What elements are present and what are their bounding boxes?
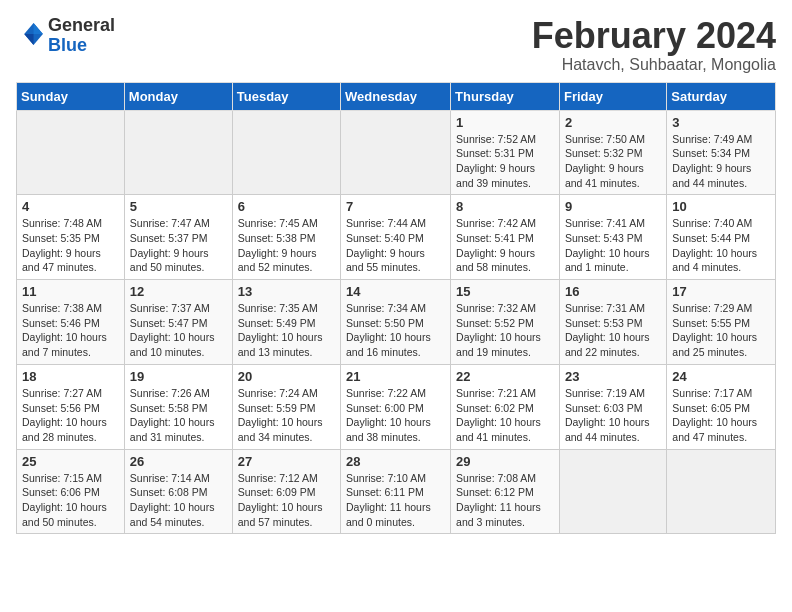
day-info: Sunrise: 7:19 AMSunset: 6:03 PMDaylight:… <box>565 386 661 445</box>
day-info: Sunrise: 7:52 AMSunset: 5:31 PMDaylight:… <box>456 132 554 191</box>
calendar-cell: 27Sunrise: 7:12 AMSunset: 6:09 PMDayligh… <box>232 449 340 534</box>
day-info: Sunrise: 7:22 AMSunset: 6:00 PMDaylight:… <box>346 386 445 445</box>
day-number: 3 <box>672 115 770 130</box>
day-info: Sunrise: 7:08 AMSunset: 6:12 PMDaylight:… <box>456 471 554 530</box>
calendar-cell: 23Sunrise: 7:19 AMSunset: 6:03 PMDayligh… <box>559 364 666 449</box>
calendar-cell: 9Sunrise: 7:41 AMSunset: 5:43 PMDaylight… <box>559 195 666 280</box>
day-number: 9 <box>565 199 661 214</box>
day-number: 4 <box>22 199 119 214</box>
day-number: 23 <box>565 369 661 384</box>
day-number: 10 <box>672 199 770 214</box>
day-number: 8 <box>456 199 554 214</box>
day-info: Sunrise: 7:34 AMSunset: 5:50 PMDaylight:… <box>346 301 445 360</box>
calendar-cell: 25Sunrise: 7:15 AMSunset: 6:06 PMDayligh… <box>17 449 125 534</box>
location-subtitle: Hatavch, Suhbaatar, Mongolia <box>532 56 776 74</box>
day-info: Sunrise: 7:14 AMSunset: 6:08 PMDaylight:… <box>130 471 227 530</box>
calendar-cell: 18Sunrise: 7:27 AMSunset: 5:56 PMDayligh… <box>17 364 125 449</box>
day-number: 12 <box>130 284 227 299</box>
logo-icon <box>18 20 46 48</box>
day-number: 16 <box>565 284 661 299</box>
day-info: Sunrise: 7:47 AMSunset: 5:37 PMDaylight:… <box>130 216 227 275</box>
calendar-cell: 6Sunrise: 7:45 AMSunset: 5:38 PMDaylight… <box>232 195 340 280</box>
day-info: Sunrise: 7:29 AMSunset: 5:55 PMDaylight:… <box>672 301 770 360</box>
day-info: Sunrise: 7:49 AMSunset: 5:34 PMDaylight:… <box>672 132 770 191</box>
calendar-cell <box>667 449 776 534</box>
day-info: Sunrise: 7:45 AMSunset: 5:38 PMDaylight:… <box>238 216 335 275</box>
logo-general-text: General <box>48 15 115 35</box>
day-info: Sunrise: 7:37 AMSunset: 5:47 PMDaylight:… <box>130 301 227 360</box>
day-number: 14 <box>346 284 445 299</box>
calendar-cell: 29Sunrise: 7:08 AMSunset: 6:12 PMDayligh… <box>451 449 560 534</box>
day-number: 19 <box>130 369 227 384</box>
calendar-cell: 8Sunrise: 7:42 AMSunset: 5:41 PMDaylight… <box>451 195 560 280</box>
day-info: Sunrise: 7:35 AMSunset: 5:49 PMDaylight:… <box>238 301 335 360</box>
day-info: Sunrise: 7:31 AMSunset: 5:53 PMDaylight:… <box>565 301 661 360</box>
calendar-cell: 14Sunrise: 7:34 AMSunset: 5:50 PMDayligh… <box>341 280 451 365</box>
day-number: 2 <box>565 115 661 130</box>
day-info: Sunrise: 7:44 AMSunset: 5:40 PMDaylight:… <box>346 216 445 275</box>
calendar-table: SundayMondayTuesdayWednesdayThursdayFrid… <box>16 82 776 535</box>
calendar-cell: 4Sunrise: 7:48 AMSunset: 5:35 PMDaylight… <box>17 195 125 280</box>
calendar-cell: 21Sunrise: 7:22 AMSunset: 6:00 PMDayligh… <box>341 364 451 449</box>
day-number: 29 <box>456 454 554 469</box>
logo: General Blue <box>16 16 115 56</box>
day-of-week-header: Thursday <box>451 82 560 110</box>
day-of-week-header: Monday <box>124 82 232 110</box>
day-number: 28 <box>346 454 445 469</box>
day-info: Sunrise: 7:41 AMSunset: 5:43 PMDaylight:… <box>565 216 661 275</box>
day-of-week-header: Saturday <box>667 82 776 110</box>
day-number: 25 <box>22 454 119 469</box>
page-header: General Blue February 2024 Hatavch, Suhb… <box>16 16 776 74</box>
day-number: 18 <box>22 369 119 384</box>
calendar-cell: 5Sunrise: 7:47 AMSunset: 5:37 PMDaylight… <box>124 195 232 280</box>
day-number: 20 <box>238 369 335 384</box>
calendar-cell: 20Sunrise: 7:24 AMSunset: 5:59 PMDayligh… <box>232 364 340 449</box>
day-info: Sunrise: 7:42 AMSunset: 5:41 PMDaylight:… <box>456 216 554 275</box>
day-info: Sunrise: 7:21 AMSunset: 6:02 PMDaylight:… <box>456 386 554 445</box>
day-number: 11 <box>22 284 119 299</box>
day-of-week-header: Tuesday <box>232 82 340 110</box>
svg-marker-2 <box>24 34 33 45</box>
calendar-cell: 26Sunrise: 7:14 AMSunset: 6:08 PMDayligh… <box>124 449 232 534</box>
day-number: 27 <box>238 454 335 469</box>
day-number: 5 <box>130 199 227 214</box>
day-number: 6 <box>238 199 335 214</box>
calendar-cell <box>124 110 232 195</box>
day-info: Sunrise: 7:38 AMSunset: 5:46 PMDaylight:… <box>22 301 119 360</box>
day-info: Sunrise: 7:10 AMSunset: 6:11 PMDaylight:… <box>346 471 445 530</box>
month-title: February 2024 <box>532 16 776 56</box>
calendar-cell: 7Sunrise: 7:44 AMSunset: 5:40 PMDaylight… <box>341 195 451 280</box>
calendar-cell <box>17 110 125 195</box>
day-number: 7 <box>346 199 445 214</box>
title-block: February 2024 Hatavch, Suhbaatar, Mongol… <box>532 16 776 74</box>
day-info: Sunrise: 7:48 AMSunset: 5:35 PMDaylight:… <box>22 216 119 275</box>
calendar-cell: 11Sunrise: 7:38 AMSunset: 5:46 PMDayligh… <box>17 280 125 365</box>
calendar-cell <box>232 110 340 195</box>
calendar-cell: 1Sunrise: 7:52 AMSunset: 5:31 PMDaylight… <box>451 110 560 195</box>
calendar-cell: 16Sunrise: 7:31 AMSunset: 5:53 PMDayligh… <box>559 280 666 365</box>
calendar-cell <box>341 110 451 195</box>
calendar-cell: 13Sunrise: 7:35 AMSunset: 5:49 PMDayligh… <box>232 280 340 365</box>
calendar-cell: 10Sunrise: 7:40 AMSunset: 5:44 PMDayligh… <box>667 195 776 280</box>
day-info: Sunrise: 7:40 AMSunset: 5:44 PMDaylight:… <box>672 216 770 275</box>
day-number: 15 <box>456 284 554 299</box>
day-info: Sunrise: 7:50 AMSunset: 5:32 PMDaylight:… <box>565 132 661 191</box>
calendar-cell: 17Sunrise: 7:29 AMSunset: 5:55 PMDayligh… <box>667 280 776 365</box>
day-info: Sunrise: 7:24 AMSunset: 5:59 PMDaylight:… <box>238 386 335 445</box>
day-info: Sunrise: 7:27 AMSunset: 5:56 PMDaylight:… <box>22 386 119 445</box>
svg-marker-1 <box>34 23 43 34</box>
day-number: 24 <box>672 369 770 384</box>
logo-blue-text: Blue <box>48 35 87 55</box>
day-number: 1 <box>456 115 554 130</box>
calendar-cell <box>559 449 666 534</box>
day-info: Sunrise: 7:17 AMSunset: 6:05 PMDaylight:… <box>672 386 770 445</box>
calendar-cell: 15Sunrise: 7:32 AMSunset: 5:52 PMDayligh… <box>451 280 560 365</box>
calendar-cell: 28Sunrise: 7:10 AMSunset: 6:11 PMDayligh… <box>341 449 451 534</box>
day-number: 22 <box>456 369 554 384</box>
day-of-week-header: Friday <box>559 82 666 110</box>
calendar-cell: 19Sunrise: 7:26 AMSunset: 5:58 PMDayligh… <box>124 364 232 449</box>
calendar-cell: 3Sunrise: 7:49 AMSunset: 5:34 PMDaylight… <box>667 110 776 195</box>
day-info: Sunrise: 7:12 AMSunset: 6:09 PMDaylight:… <box>238 471 335 530</box>
day-of-week-header: Wednesday <box>341 82 451 110</box>
calendar-cell: 2Sunrise: 7:50 AMSunset: 5:32 PMDaylight… <box>559 110 666 195</box>
